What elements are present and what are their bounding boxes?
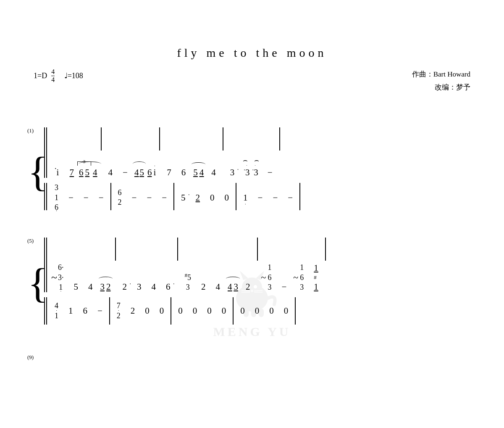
melody-m3-t2: 4 [200, 167, 204, 178]
melody-m7-beat1: #5 3 [180, 272, 197, 293]
bar4-sep [279, 127, 280, 151]
acc-m1-beat1: 3 1 6· [50, 183, 63, 212]
s2-acc-bar2-sep [171, 297, 171, 325]
melody-m1-beat3: 4 [93, 167, 97, 178]
acc2-m5-beat1: 4· 1 [50, 301, 63, 321]
acc-m1-beat3: − [79, 193, 94, 203]
s2-bar4-sep [325, 238, 326, 261]
melody-m8-beat2: − [277, 282, 292, 292]
melody-m2-b: 5 [139, 167, 144, 178]
section-1-label: (1) [27, 127, 34, 134]
opening-double-bar [44, 127, 47, 178]
s2-acc-bar4-sep [295, 297, 296, 325]
acc2-m6-beat4: 0 [155, 306, 169, 316]
melody-m5-beat1: ~ 6· 3· 1· [50, 263, 69, 292]
s2-bar3-sep [257, 238, 258, 261]
acc2-m7-beat1: 0 [173, 306, 188, 316]
acc2-m8-beat4: 0 [279, 306, 294, 316]
melody-m6-beat4: 6· [161, 282, 176, 292]
tempo: ♩=108 [64, 71, 83, 80]
meta-row: 1=D44 ♩=108 作曲：Bart Howard 改编：梦予 [0, 68, 504, 94]
acc-bar2-sep [173, 183, 174, 210]
brace-2: { [32, 238, 44, 325]
melody-m2-d: ·i [153, 167, 156, 178]
melody-m3-beat1: 7 [162, 167, 176, 178]
melody-m6-beat3: 4 [147, 282, 161, 292]
melody-m7-beat5: 2 [241, 282, 255, 292]
melody-m5-beat2: 5 [69, 282, 84, 292]
acc-staff-1: 3 1 6· − − − 6 2 [44, 183, 472, 212]
acc2-m5-beat3: 6 [78, 306, 93, 316]
acc2-m8-beat3: 0 [264, 306, 279, 316]
acc-m4-beat4: − [283, 193, 298, 203]
acc2-m6-beat3: 0 [140, 306, 155, 316]
melody-m1-t1: 6 [79, 167, 84, 178]
melody-m7-beat2: 2 [196, 282, 211, 292]
acc-m4-beat2: − [253, 193, 268, 203]
melody-m7-t2: 3 [234, 282, 239, 292]
s2-bar2-sep [177, 238, 178, 261]
melody-m6-beat2: 3 [132, 282, 147, 292]
melody-m3-beat4: 4 [206, 167, 221, 178]
melody-m7-beat3: 4 [211, 282, 226, 292]
acc-staff-2: 4· 1 1 6 − 7· 2 2 [44, 297, 472, 325]
melody-m5-t2: 2 [106, 282, 111, 292]
key-time: 1=D44 ♩=108 [34, 68, 83, 83]
arranger-name: 梦予 [456, 83, 470, 91]
acc2-m7-beat4: 0 [217, 306, 231, 316]
acc-m3-beat3: 0 [205, 193, 220, 203]
melody-staff-1: ·i 7 3 6 5 [44, 127, 472, 180]
melody-m6-beat1: 2· [118, 282, 132, 292]
key-signature: 1=D [34, 71, 47, 80]
melody-m1-t2: 5 [85, 167, 90, 178]
s2-opening-bar [44, 238, 47, 292]
melody-m4-rest: − [262, 167, 278, 178]
acc2-m8-beat2: 0 [250, 306, 265, 316]
acc-m1-beat4: − [94, 193, 109, 203]
staves-1: ·i 7 3 6 5 [44, 127, 472, 212]
acc2-m6-beat2: 2 [126, 306, 140, 316]
melody-m8-beat3: ~ 1 6 3 [291, 263, 309, 292]
staves-2: ~ 6· 3· 1· 5 4 3 2 [44, 238, 472, 325]
bar1-sep [101, 127, 102, 151]
melody-m8-beat4: 1 # 1 [309, 263, 323, 292]
acc-bar3-sep [236, 183, 236, 210]
melody-staff-2: ~ 6· 3· 1· 5 4 3 2 [44, 238, 472, 294]
acc-bar1-sep [110, 183, 111, 210]
section-1: (1) { ·i [32, 127, 472, 212]
melody-m2-c: 6 [147, 167, 152, 178]
acc-m2-beat3: − [142, 193, 157, 203]
section-2-label: (5) [27, 238, 34, 244]
melody-m8-beat1: ~ 1 6 3 [260, 263, 277, 292]
melody-m2-beat2: − [118, 167, 133, 178]
acc-m2-beat4: − [157, 193, 172, 203]
page-title: fly me to the moon [0, 46, 504, 60]
acc2-m7-beat3: 0 [202, 306, 217, 316]
acc-m4-beat3: − [268, 193, 283, 203]
two-staff-1: { ·i [32, 127, 472, 212]
s2-acc-bar3-sep [233, 297, 234, 325]
s2-bar1-sep [115, 238, 116, 261]
melody-m3-beat2: 6 [176, 167, 191, 178]
acc-m4-beat1: 1· [238, 193, 253, 203]
acc-bar4-sep [299, 183, 300, 210]
acc2-m8-beat1: 0 [235, 306, 250, 316]
melody-m3-t1: 5 [193, 167, 198, 178]
melody-m4-i2: · ·3 [252, 166, 258, 178]
acc-m3-beat1: 5· [176, 193, 191, 203]
composer-label: 作曲： [412, 70, 433, 78]
acc2-m5-beat4: − [92, 306, 108, 316]
melody-m4-i1: · ·3 [244, 166, 249, 178]
acc-m3-beat4: 0 [220, 193, 234, 203]
bar2-sep [159, 127, 160, 151]
s2-acc-opening-bar [44, 297, 47, 325]
composer-name: Bart Howard [433, 70, 470, 78]
s2-acc-bar1-sep [109, 297, 110, 325]
melody-m2-beat1: 4 [103, 167, 118, 178]
acc-m3-beat2: 2 [191, 193, 205, 203]
melody-m4-beat1: 3· [225, 167, 240, 178]
melody-m1-beat1: ·i [50, 165, 66, 178]
composer-info: 作曲：Bart Howard 改编：梦予 [412, 68, 470, 94]
acc2-m5-beat2: 1 [63, 306, 78, 316]
melody-m5-t1: 3 [100, 282, 105, 292]
